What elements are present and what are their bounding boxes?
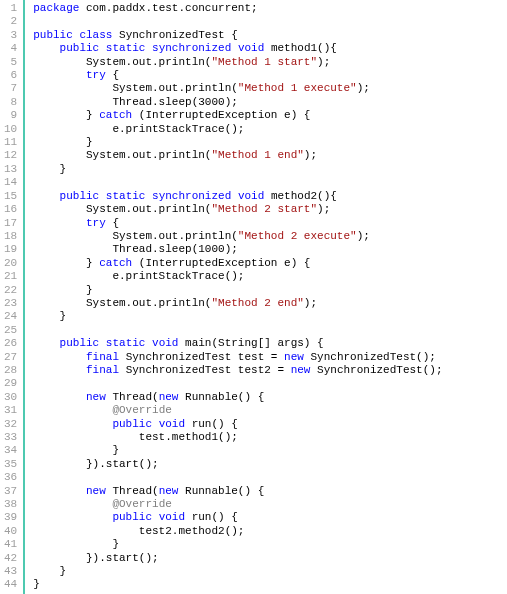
token-plain — [33, 364, 86, 376]
code-line: System.out.println("Method 1 execute"); — [33, 82, 442, 95]
token-plain: ); — [317, 56, 330, 68]
code-line: Thread.sleep(1000); — [33, 243, 442, 256]
code-line — [33, 377, 442, 390]
token-str: "Method 2 start" — [211, 203, 317, 215]
token-plain: Thread.sleep(3000); — [33, 96, 238, 108]
token-kw: void — [152, 337, 178, 349]
token-plain: Thread( — [106, 391, 159, 403]
token-plain: SynchronizedTest(); — [310, 364, 442, 376]
token-kw: new — [159, 391, 179, 403]
token-kw: catch — [99, 109, 132, 121]
token-str: "Method 1 execute" — [238, 82, 357, 94]
code-line: test2.method2(); — [33, 525, 442, 538]
token-plain: }).start(); — [33, 552, 158, 564]
token-plain: System.out.println( — [33, 149, 211, 161]
token-plain: Runnable() { — [178, 485, 264, 497]
token-plain: } — [33, 444, 119, 456]
token-plain: ); — [304, 297, 317, 309]
code-line: public static void main(String[] args) { — [33, 337, 442, 350]
code-line: } — [33, 538, 442, 551]
token-plain: test2.method2(); — [33, 525, 244, 537]
token-kw: try — [86, 217, 106, 229]
token-plain: main(String[] args) { — [178, 337, 323, 349]
token-kw: synchronized — [152, 190, 231, 202]
code-line: public static synchronized void method2(… — [33, 190, 442, 203]
code-line: } — [33, 578, 442, 591]
token-plain — [33, 485, 86, 497]
token-kw: void — [159, 418, 185, 430]
code-line: try { — [33, 69, 442, 82]
code-line: public void run() { — [33, 511, 442, 524]
token-kw: void — [238, 190, 264, 202]
token-plain: e.printStackTrace(); — [33, 270, 244, 282]
token-plain — [99, 190, 106, 202]
code-line — [33, 324, 442, 337]
token-plain: } — [33, 310, 66, 322]
code-line: } — [33, 284, 442, 297]
code-line: }).start(); — [33, 552, 442, 565]
token-kw: new — [284, 351, 304, 363]
token-plain: run() { — [185, 418, 238, 430]
code-line — [33, 471, 442, 484]
token-plain: ); — [357, 82, 370, 94]
token-plain: test.method1(); — [33, 431, 238, 443]
token-kw: catch — [99, 257, 132, 269]
token-plain: System.out.println( — [33, 230, 238, 242]
code-line: test.method1(); — [33, 431, 442, 444]
token-kw: new — [159, 485, 179, 497]
line-number-gutter: 1 2 3 4 5 6 7 8 9 10 11 12 13 14 15 16 1… — [0, 0, 25, 594]
token-plain — [99, 42, 106, 54]
code-line: @Override — [33, 498, 442, 511]
token-plain — [152, 418, 159, 430]
token-plain: }).start(); — [33, 458, 158, 470]
token-plain: run() { — [185, 511, 238, 523]
token-plain — [33, 337, 59, 349]
code-line: final SynchronizedTest test = new Synchr… — [33, 351, 442, 364]
code-line: package com.paddx.test.concurrent; — [33, 2, 442, 15]
token-plain — [33, 42, 59, 54]
token-kw: public — [60, 337, 100, 349]
token-plain: } — [33, 136, 92, 148]
token-plain: Thread( — [106, 485, 159, 497]
token-plain: System.out.println( — [33, 56, 211, 68]
token-str: "Method 1 end" — [211, 149, 303, 161]
token-kw: static — [106, 190, 146, 202]
code-line: System.out.println("Method 2 execute"); — [33, 230, 442, 243]
token-plain: method1(){ — [264, 42, 337, 54]
token-plain — [33, 404, 112, 416]
code-line — [33, 176, 442, 189]
token-plain — [33, 69, 86, 81]
token-plain: ); — [317, 203, 330, 215]
token-kw: static — [106, 42, 146, 54]
token-kw: void — [159, 511, 185, 523]
code-line: @Override — [33, 404, 442, 417]
token-plain: System.out.println( — [33, 297, 211, 309]
code-line: } — [33, 565, 442, 578]
code-line: System.out.println("Method 2 start"); — [33, 203, 442, 216]
token-ann: @Override — [112, 404, 171, 416]
token-kw: final — [86, 364, 119, 376]
token-plain — [33, 351, 86, 363]
token-kw: public — [60, 190, 100, 202]
token-kw: static — [106, 337, 146, 349]
code-line: } catch (InterruptedException e) { — [33, 109, 442, 122]
token-ann: @Override — [112, 498, 171, 510]
token-plain: { — [106, 69, 119, 81]
token-kw: public — [112, 511, 152, 523]
code-line: }).start(); — [33, 458, 442, 471]
token-plain: } — [33, 257, 99, 269]
code-line — [33, 15, 442, 28]
token-plain: Runnable() { — [178, 391, 264, 403]
token-plain — [33, 511, 112, 523]
token-plain — [99, 337, 106, 349]
code-line: public class SynchronizedTest { — [33, 29, 442, 42]
token-plain — [231, 42, 238, 54]
token-kw: new — [291, 364, 311, 376]
code-line: e.printStackTrace(); — [33, 270, 442, 283]
code-line: e.printStackTrace(); — [33, 123, 442, 136]
token-plain: } — [33, 538, 119, 550]
token-plain: (InterruptedException e) { — [132, 109, 310, 121]
token-kw: synchronized — [152, 42, 231, 54]
token-kw: new — [86, 485, 106, 497]
token-plain: SynchronizedTest test2 = — [119, 364, 291, 376]
